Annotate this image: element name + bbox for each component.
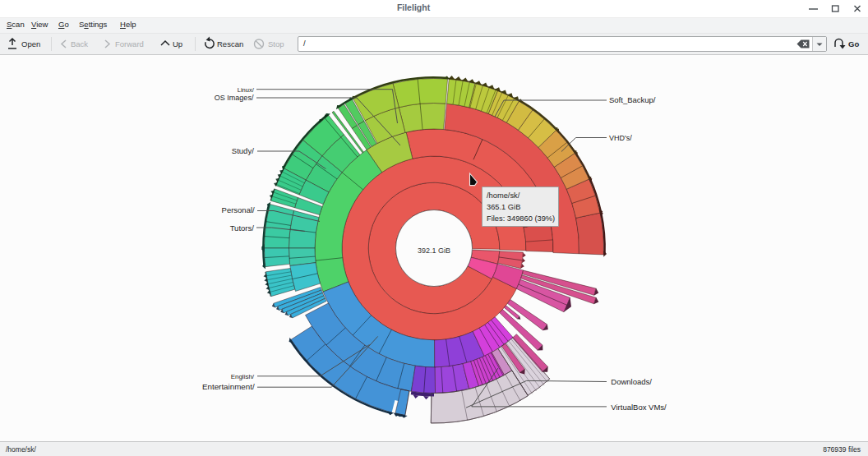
- svg-text:392.1 GiB: 392.1 GiB: [418, 246, 450, 255]
- svg-text:Personal/: Personal/: [222, 205, 255, 214]
- svg-text:VirtualBox VMs/: VirtualBox VMs/: [611, 403, 667, 412]
- svg-text:VHD's/: VHD's/: [609, 134, 632, 142]
- svg-text:Entertainment/: Entertainment/: [202, 382, 255, 391]
- svg-text:Tutors/: Tutors/: [230, 223, 255, 233]
- svg-text:Linux/: Linux/: [238, 86, 255, 94]
- svg-text:Soft_Backup/: Soft_Backup/: [609, 95, 656, 104]
- svg-text:OS Images/: OS Images/: [215, 94, 254, 102]
- svg-text:English/: English/: [231, 373, 255, 380]
- svg-text:Study/: Study/: [232, 146, 254, 155]
- svg-text:Downloads/: Downloads/: [611, 377, 652, 386]
